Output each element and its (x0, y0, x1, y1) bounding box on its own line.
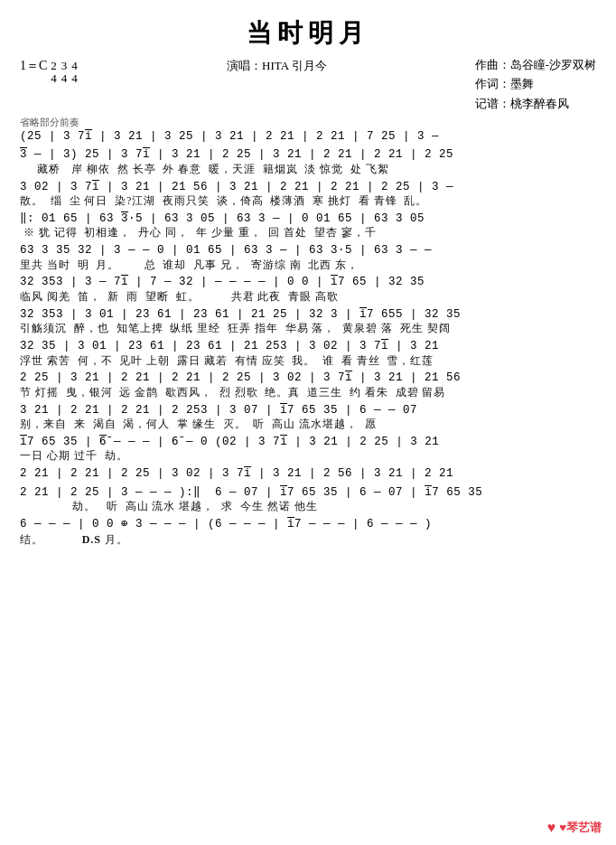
song-title: 当时明月 (20, 16, 596, 51)
lyric-row-10: 一日 心期 过千 劫。 (20, 450, 596, 463)
note-row-9: 3 21 | 2 21 | 2 21 | 2 253 | 3 07 | i7 6… (20, 403, 596, 419)
logo-text: ♥琴艺谱 (559, 820, 602, 836)
notation-by: 记谱：桃李醉春风 (475, 95, 596, 114)
time-sig-2: 3 4 (61, 60, 68, 86)
logo-heart-icon: ♥ (547, 820, 556, 836)
lyric-row-6: 引觞须沉 醉，也 知笔上捭 纵纸 里经 狂弄 指年 华易 落， 黄泉碧 落 死生… (20, 323, 596, 335)
note-row-13: 6 — — — | 0 0 ⊕ 3 — — — | (6 — — — | i7 … (20, 517, 596, 533)
note-row-4: 63 3 35 32 | 3 — — 0 | 01 65 | 63 3 — | … (20, 243, 596, 259)
music-row-11: 2 21 | 2 21 | 2 25 | 3 02 | 3 7i | 3 21 … (20, 466, 596, 483)
composer: 作曲：岛谷瞳-沙罗双树 (475, 56, 596, 75)
lyric-row-7: 浮世 索苦 何，不 见叶 上朝 露日 藏若 有情 应笑 我。 谁 看 青丝 雪，… (20, 355, 596, 368)
lyric-row-2: 散。 缁 尘 何日 染?江湖 夜雨只笑 谈，倚高 楼薄酒 寒 挑灯 看 青锋 乱… (20, 195, 596, 208)
music-row-9: 3 21 | 2 21 | 2 21 | 2 253 | 3 07 | i7 6… (20, 403, 596, 431)
lyric-row-12: 劫。 听 高山 流水 堪越， 求 今生 然诺 他生 (20, 501, 596, 513)
lyric-row-13: 结。 D.S 月。 (20, 533, 596, 547)
note-row-2: 3 02 | 3 7i | 3 21 | 21 56 | 3 21 | 2 21… (20, 180, 596, 196)
note-row-7: 32 35 | 3 01 | 23 61 | 23 61 | 21 253 | … (20, 339, 596, 355)
note-row-8: 2 25 | 3 21 | 2 21 | 2 21 | 2 25 | 3 02 … (20, 371, 596, 387)
music-row-0: (25 | 3 7i | 3 21 | 3 25 | 3 21 | 2 21 |… (20, 129, 596, 146)
music-row-1: 3 — | 3) 25 | 3 7i | 3 21 | 2 25 | 3 21 … (20, 147, 596, 175)
page: 当时明月 1＝C 2 4 3 4 4 4 演唱：HITA 引月今 (0, 0, 616, 845)
meta-left: 1＝C 2 4 3 4 4 4 (20, 56, 79, 86)
lyric-row-3: ※ 犹 记得 初相逢， 丹心 同， 年 少量 重， 回 首处 望杏 寥，千 (20, 227, 596, 239)
music-row-5: 32 353 | 3 — 7i | 7 — 32 | — — — — | 0 0… (20, 275, 596, 303)
key-signature: 1＝C 2 4 3 4 4 4 (20, 58, 79, 86)
music-row-3: ‖: 01 65 | 63 3·5 | 63 3 05 | 63 3 — | 0… (20, 211, 596, 239)
note-row-0: (25 | 3 7i | 3 21 | 3 25 | 3 21 | 2 21 |… (20, 129, 596, 146)
performer-info: 演唱：HITA 引月今 (79, 56, 475, 74)
music-row-10: i7 65 35 | 6̄ — — — | 6̄ — 0 (02 | 3 7i … (20, 435, 596, 463)
lyricist: 作词：墨舞 (475, 75, 596, 94)
key-label: 1＝C (20, 58, 47, 74)
note-row-10: i7 65 35 | 6̄ — — — | 6̄ — 0 (02 | 3 7i … (20, 435, 596, 451)
credits: 作曲：岛谷瞳-沙罗双树 作词：墨舞 记谱：桃李醉春风 (475, 56, 596, 114)
note-row-3: ‖: 01 65 | 63 3·5 | 63 3 05 | 63 3 — | 0… (20, 211, 596, 228)
lyric-row-5: 临风 阅羌 笛， 新 雨 望断 虹。 共君 此夜 青眼 高歌 (20, 291, 596, 304)
music-row-6: 32 353 | 3 01 | 23 61 | 23 61 | 21 25 | … (20, 307, 596, 335)
music-row-7: 32 35 | 3 01 | 23 61 | 23 61 | 21 253 | … (20, 339, 596, 367)
time-sig-1: 2 4 (51, 60, 57, 86)
music-content: (25 | 3 7i | 3 21 | 3 25 | 3 21 | 2 21 |… (20, 129, 596, 547)
music-row-12: 2 21 | 2 25 | 3 — — — ):‖ 6 — 07 | i7 65… (20, 485, 596, 513)
music-row-8: 2 25 | 3 21 | 2 21 | 2 21 | 2 25 | 3 02 … (20, 371, 596, 399)
note-row-5: 32 353 | 3 — 7i | 7 — 32 | — — — — | 0 0… (20, 275, 596, 291)
note-row-6: 32 353 | 3 01 | 23 61 | 23 61 | 21 25 | … (20, 307, 596, 324)
time-sig-3: 4 4 (71, 60, 78, 86)
lyric-row-1: 藏桥 岸 柳依 然 长亭 外 春意 暖，天涯 籍烟岚 淡 惊觉 处 飞絮 (20, 164, 596, 176)
music-row-13: 6 — — — | 0 0 ⊕ 3 — — — | (6 — — — | i7 … (20, 517, 596, 546)
section-label: 省略部分前奏 (20, 116, 596, 129)
logo-area: ♥ ♥琴艺谱 (547, 820, 602, 836)
note-row-1: 3 — | 3) 25 | 3 7i | 3 21 | 2 25 | 3 21 … (20, 147, 596, 164)
music-row-2: 3 02 | 3 7i | 3 21 | 21 56 | 3 21 | 2 21… (20, 180, 596, 208)
lyric-row-8: 节 灯摇 曳，银河 远 金鹊 歇西风， 烈 烈歌 绝。真 道三生 约 看朱 成碧… (20, 387, 596, 399)
lyric-row-4: 里共 当时 明 月。 总 谁却 凡事 兄， 寄游综 南 北西 东， (20, 259, 596, 272)
note-row-11: 2 21 | 2 21 | 2 25 | 3 02 | 3 7i | 3 21 … (20, 466, 596, 483)
music-row-4: 63 3 35 32 | 3 — — 0 | 01 65 | 63 3 — | … (20, 243, 596, 271)
lyric-row-9: 别，来自 来 渴自 渴，何人 掌 缘生 灭。 听 高山 流水堪越， 愿 (20, 418, 596, 431)
performer-label: 演唱：HITA 引月今 (227, 59, 327, 72)
note-row-12: 2 21 | 2 25 | 3 — — — ):‖ 6 — 07 | i7 65… (20, 485, 596, 502)
